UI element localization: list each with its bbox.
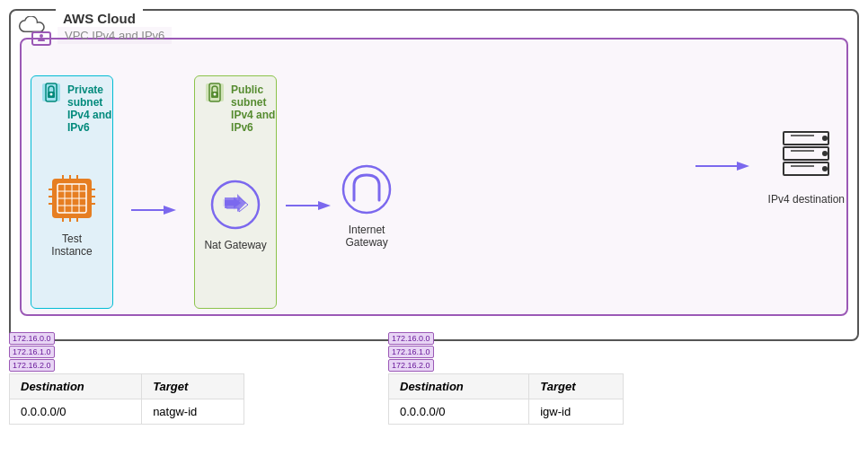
igw-icon [340,162,394,216]
subnets-row: Private subnetIPv4 and IPv6 [31,75,277,309]
test-instance-label: Test Instance [40,232,103,258]
svg-point-5 [50,93,53,96]
table2-target-value: igw-id [529,399,624,425]
svg-rect-42 [784,162,828,175]
public-subnet-icon [202,80,227,105]
svg-marker-39 [737,162,749,171]
table1-dest-value: 0.0.0.0/0 [10,399,142,425]
server-icon [775,127,837,186]
public-subnet: Public subnetIPv4 and IPv6 [194,75,277,309]
route-table-2: 172.16.0.0 172.16.1.0 172.16.2.0 Destina… [388,352,624,425]
route-tag-1-3: 172.16.2.0 [9,359,55,372]
nat-gateway-label: Nat Gateway [204,239,266,251]
right-spacer [624,352,859,425]
svg-point-31 [214,93,217,96]
route-table-1-data: Destination Target 0.0.0.0/0 natgw-id [9,373,244,425]
route-table-1: 172.16.0.0 172.16.1.0 172.16.2.0 Destina… [9,352,244,425]
svg-marker-27 [164,206,176,215]
svg-rect-41 [784,147,828,160]
table2-dest-value: 0.0.0.0/0 [389,399,529,425]
arrow-icon-2 [286,197,331,215]
table1-dest-header: Destination [10,374,142,399]
nat-gateway-component: Nat Gateway [204,178,266,251]
table1-target-header: Target [142,374,244,399]
ec2-icon [45,171,99,225]
tables-section: 172.16.0.0 172.16.1.0 172.16.2.0 Destina… [9,352,859,425]
route-tag-2-1: 172.16.0.0 [388,332,434,345]
private-subnet-icon [39,80,64,105]
igw-label: InternetGateway [345,224,387,249]
private-subnet: Private subnetIPv4 and IPv6 [31,75,113,309]
table-row: 0.0.0.0/0 natgw-id [10,399,244,425]
arrow-1 [131,75,176,309]
svg-point-43 [822,136,828,141]
route-table-2-data: Destination Target 0.0.0.0/0 igw-id [388,373,624,425]
vpc-label: VPC IPv4 and IPv6 [58,27,172,44]
svg-rect-40 [784,132,828,145]
table2-target-header: Target [529,374,624,399]
route-tag-1-2: 172.16.1.0 [9,346,55,358]
vpc-icon [31,27,52,48]
spacer [244,352,388,425]
table2-dest-header: Destination [389,374,529,399]
route-tag-2-2: 172.16.1.0 [388,346,434,358]
main-container: AWS Cloud VPC IPv4 and IPv6 [0,0,868,465]
arrow-icon-1 [131,201,176,219]
route-tags-1: 172.16.0.0 172.16.1.0 172.16.2.0 [9,332,55,372]
nat-icon [208,178,262,232]
vpc-box: VPC IPv4 and IPv6 Private subnetIPv [20,38,848,316]
svg-point-45 [822,166,828,171]
test-instance-component: Test Instance [40,171,103,258]
ipv4-dest-label: IPv4 destination [768,193,845,206]
arrow-3 [695,157,749,175]
full-diagram: Private subnetIPv4 and IPv6 [31,48,837,327]
route-tag-1-1: 172.16.0.0 [9,332,55,345]
route-tags-2: 172.16.0.0 172.16.1.0 172.16.2.0 [388,332,434,372]
svg-point-1 [40,34,43,38]
svg-point-37 [343,166,390,213]
table-row: 0.0.0.0/0 igw-id [389,399,624,425]
svg-marker-36 [318,201,331,210]
private-subnet-label: Private subnetIPv4 and IPv6 [67,83,112,134]
arrow-2 [286,161,331,215]
ipv4-dest-component: IPv4 destination [768,127,845,206]
svg-point-44 [822,151,828,156]
table1-target-value: natgw-id [142,399,244,425]
aws-cloud-label: AWS Cloud [56,9,143,28]
route-tag-2-3: 172.16.2.0 [388,359,434,372]
aws-cloud-box: AWS Cloud VPC IPv4 and IPv6 [9,9,859,341]
public-subnet-label: Public subnetIPv4 and IPv6 [231,83,276,134]
igw-component: InternetGateway [340,127,394,249]
arrow-icon-3 [695,157,749,175]
